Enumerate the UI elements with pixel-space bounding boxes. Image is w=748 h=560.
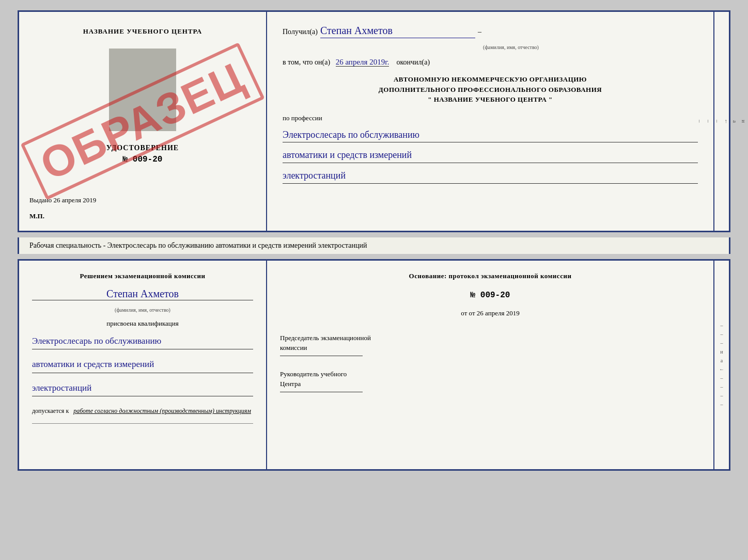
chairman-block: Председатель экзаменационной комиссии bbox=[280, 333, 700, 356]
sb-i: и bbox=[720, 349, 723, 355]
photo-placeholder bbox=[109, 49, 176, 131]
chairman-signature-line bbox=[280, 356, 363, 356]
ot-date: от от 26 апреля 2019 bbox=[280, 309, 700, 317]
sb-dash7: – bbox=[721, 402, 723, 407]
decision-text: Решением экзаменационной комиссии bbox=[32, 271, 253, 281]
sb-a: а bbox=[721, 358, 723, 363]
received-name: Степан Ахметов bbox=[320, 25, 475, 38]
mp-label: М.П. bbox=[29, 212, 44, 220]
cert-bottom-right: Основание: протокол экзаменационной коми… bbox=[267, 261, 713, 469]
sb-dash6: – bbox=[721, 393, 723, 398]
ot-date-value: от 26 апреля 2019 bbox=[469, 309, 520, 317]
org-line3: " НАЗВАНИЕ УЧЕБНОГО ЦЕНТРА " bbox=[283, 94, 698, 105]
vtom-row: в том, что он(а) 26 апреля 2019г. окончи… bbox=[283, 58, 698, 67]
sidebar-mark-arrow: ← bbox=[723, 119, 729, 124]
cert-number: № 009-20 bbox=[123, 155, 163, 164]
vydano-row: Выдано 26 апреля 2019 bbox=[29, 196, 96, 204]
fio-hint-bottom: (фамилия, имя, отчество) bbox=[32, 307, 253, 313]
sb-arrow: ← bbox=[719, 366, 724, 372]
certificate-top: НАЗВАНИЕ УЧЕБНОГО ЦЕНТРА УДОСТОВЕРЕНИЕ №… bbox=[18, 10, 730, 232]
received-label: Получил(а) bbox=[283, 28, 318, 36]
rukovoditel-signature-line bbox=[280, 392, 363, 392]
vtom-date: 26 апреля 2019г. bbox=[336, 58, 389, 67]
person-name-bottom: Степан Ахметов bbox=[32, 288, 253, 300]
org-line1: АВТОНОМНУЮ НЕКОММЕРЧЕСКУЮ ОРГАНИЗАЦИЮ bbox=[283, 74, 698, 85]
sidebar-mark-a: а bbox=[732, 120, 738, 123]
prisvoena-text: присвоена квалификация bbox=[32, 319, 253, 328]
dopuskaetsya-label: допускается к bbox=[32, 407, 69, 414]
vydano-text: Выдано 26 апреля 2019 bbox=[29, 196, 96, 204]
rukovoditel-line1: Руководитель учебного bbox=[280, 369, 700, 379]
prof-line2: автоматики и средств измерений bbox=[283, 148, 698, 163]
prof-line3: электростанций bbox=[283, 168, 698, 184]
certificate-bottom: Решением экзаменационной комиссии Степан… bbox=[18, 259, 730, 471]
okonchill-label: окончил(а) bbox=[396, 58, 430, 66]
osnovaniye-block: Основание: протокол экзаменационной коми… bbox=[280, 271, 700, 281]
dash-after-name: – bbox=[478, 28, 481, 36]
bottom-line bbox=[32, 423, 253, 424]
prof-line1: Электрослесарь по обслуживанию bbox=[283, 127, 698, 143]
dopuskaetsya-row: допускается к работе согласно должностны… bbox=[32, 407, 253, 415]
sb-dash3: – bbox=[721, 340, 723, 346]
sidebar-mark-i: и bbox=[741, 120, 747, 123]
middle-strip: Рабочая специальность - Электрослесарь п… bbox=[18, 237, 730, 254]
sb-dash4: – bbox=[721, 375, 723, 381]
qual-line1: Электрослесарь по обслуживанию bbox=[32, 333, 253, 350]
qual-line3: электростанций bbox=[32, 380, 253, 397]
qual-line2: автоматики и средств измерений bbox=[32, 357, 253, 373]
decision-line1: Решением экзаменационной комиссии bbox=[80, 272, 205, 280]
middle-text: Рабочая специальность - Электрослесарь п… bbox=[29, 242, 367, 249]
udostoverenie-label: УДОСТОВЕРЕНИЕ bbox=[106, 144, 179, 152]
sb-dash1: – bbox=[721, 323, 723, 328]
received-row: Получил(а) Степан Ахметов – bbox=[283, 25, 698, 38]
cert-right-panel: Получил(а) Степан Ахметов – (фамилия, им… bbox=[267, 12, 713, 231]
dopuskaetsya-text: работе согласно должностным (производств… bbox=[73, 407, 251, 414]
cert-bottom-left: Решением экзаменационной комиссии Степан… bbox=[19, 261, 267, 469]
chairman-line1: Председатель экзаменационной bbox=[280, 333, 700, 343]
cert-left-panel: НАЗВАНИЕ УЧЕБНОГО ЦЕНТРА УДОСТОВЕРЕНИЕ №… bbox=[19, 12, 267, 231]
osnovaniye-label: Основание: протокол экзаменационной коми… bbox=[409, 272, 572, 280]
prof-label: по профессии bbox=[283, 114, 698, 122]
sidebar-mark-dash1: – bbox=[714, 120, 721, 123]
org-line2: ДОПОЛНИТЕЛЬНОГО ПРОФЕССИОНАЛЬНОГО ОБРАЗО… bbox=[283, 85, 698, 95]
right-sidebar-top: и а ← – – – bbox=[713, 12, 729, 231]
org-block: АВТОНОМНУЮ НЕКОММЕРЧЕСКУЮ ОРГАНИЗАЦИЮ ДО… bbox=[283, 74, 698, 105]
sb-dash5: – bbox=[721, 384, 723, 390]
sb-dash2: – bbox=[721, 331, 723, 337]
ot-prefix: от bbox=[461, 309, 469, 317]
vtom-label: в том, что он(а) bbox=[283, 58, 330, 66]
protocol-number: № 009-20 bbox=[280, 291, 700, 300]
rukovoditel-block: Руководитель учебного Центра bbox=[280, 369, 700, 392]
right-sidebar-bottom: – – – и а ← – – – – bbox=[713, 261, 729, 469]
cert-school-title: НАЗВАНИЕ УЧЕБНОГО ЦЕНТРА bbox=[83, 27, 202, 36]
chairman-line2: комиссии bbox=[280, 343, 700, 353]
fio-hint-top: (фамилия, имя, отчество) bbox=[324, 44, 698, 50]
rukovoditel-line2: Центра bbox=[280, 379, 700, 389]
